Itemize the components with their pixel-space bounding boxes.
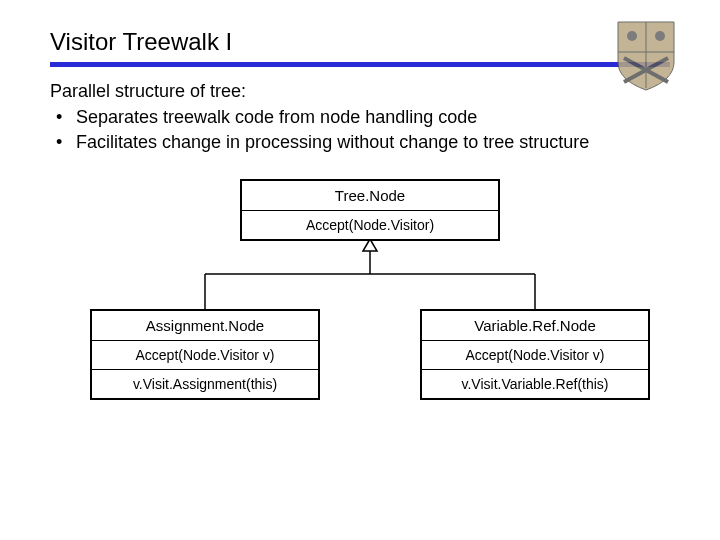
svg-point-3 xyxy=(655,31,665,41)
class-method: Accept(Node.Visitor) xyxy=(242,211,498,239)
class-method: Accept(Node.Visitor v) xyxy=(422,341,648,370)
title-underline xyxy=(50,62,670,67)
uml-class-variable-ref-node: Variable.Ref.Node Accept(Node.Visitor v)… xyxy=(420,309,650,400)
class-body: v.Visit.Assignment(this) xyxy=(92,370,318,398)
class-method: Accept(Node.Visitor v) xyxy=(92,341,318,370)
uml-diagram: Tree.Node Accept(Node.Visitor) Assignmen… xyxy=(50,179,670,459)
crest-logo xyxy=(614,18,678,92)
class-body: v.Visit.Variable.Ref(this) xyxy=(422,370,648,398)
uml-class-treenode: Tree.Node Accept(Node.Visitor) xyxy=(240,179,500,241)
slide-title: Visitor Treewalk I xyxy=(50,28,670,56)
class-name: Assignment.Node xyxy=(92,311,318,341)
bullet-item: Separates treewalk code from node handli… xyxy=(50,106,670,129)
intro-text: Parallel structure of tree: xyxy=(50,81,670,102)
class-name: Variable.Ref.Node xyxy=(422,311,648,341)
bullet-list: Separates treewalk code from node handli… xyxy=(50,106,670,155)
class-name: Tree.Node xyxy=(242,181,498,211)
svg-point-2 xyxy=(627,31,637,41)
bullet-item: Facilitates change in processing without… xyxy=(50,131,670,154)
uml-class-assignment-node: Assignment.Node Accept(Node.Visitor v) v… xyxy=(90,309,320,400)
